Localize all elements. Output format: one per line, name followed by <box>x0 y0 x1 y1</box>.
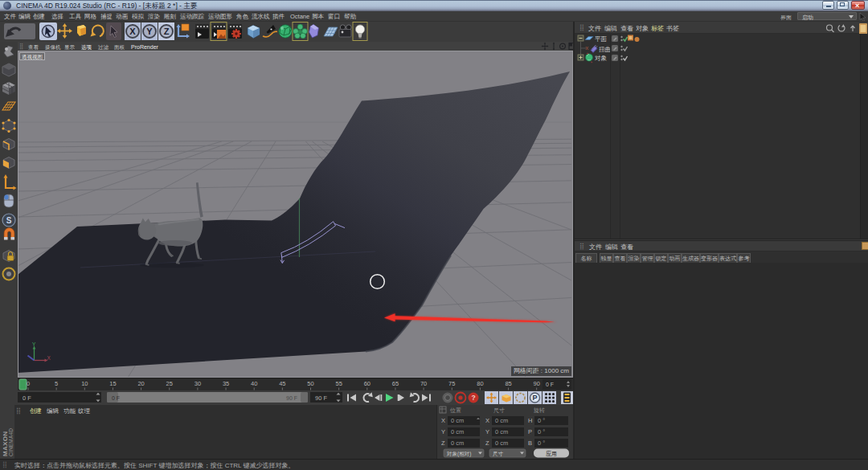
svg-text:Z: Z <box>164 27 170 36</box>
svg-text:尺寸: 尺寸 <box>493 451 504 456</box>
svg-text:0 cm: 0 cm <box>451 417 464 424</box>
svg-text:X: X <box>485 417 489 424</box>
svg-text:90 F: 90 F <box>315 394 327 402</box>
svg-text:0 °: 0 ° <box>538 428 545 435</box>
svg-text:60: 60 <box>364 380 371 387</box>
svg-text:Y: Y <box>485 428 489 435</box>
svg-text:X: X <box>441 417 445 424</box>
svg-text:30: 30 <box>194 380 201 387</box>
svg-text:尺寸: 尺寸 <box>493 407 505 414</box>
svg-text:应用: 应用 <box>546 450 557 457</box>
svg-text:0 cm: 0 cm <box>451 428 464 435</box>
svg-text:0 cm: 0 cm <box>495 417 508 424</box>
svg-text:X: X <box>47 355 51 361</box>
svg-text:B: B <box>528 439 532 447</box>
svg-text:对象: 对象 <box>595 55 608 62</box>
svg-text:65: 65 <box>392 380 399 387</box>
svg-text:0 °: 0 ° <box>538 439 545 447</box>
svg-text:0 cm: 0 cm <box>495 439 508 447</box>
svg-text:P: P <box>532 394 537 402</box>
svg-text:平面: 平面 <box>595 35 608 43</box>
svg-text:85: 85 <box>505 380 511 387</box>
svg-text:0 cm: 0 cm <box>495 428 508 435</box>
svg-text:80: 80 <box>477 380 483 387</box>
svg-text:Y: Y <box>32 341 36 347</box>
svg-text:0 F: 0 F <box>112 395 120 401</box>
svg-text:90 F: 90 F <box>286 395 297 401</box>
svg-text:Y: Y <box>441 428 445 435</box>
svg-text:0 F: 0 F <box>23 394 31 402</box>
svg-text:对象(相对): 对象(相对) <box>446 451 471 457</box>
svg-text:?: ? <box>471 394 475 402</box>
svg-text:0 °: 0 ° <box>538 417 545 424</box>
svg-text:P: P <box>528 428 532 435</box>
svg-text:Y: Y <box>146 27 153 36</box>
svg-text:0 cm: 0 cm <box>451 439 464 447</box>
svg-text:15: 15 <box>109 380 116 387</box>
svg-text:20: 20 <box>137 380 144 387</box>
svg-text:25: 25 <box>166 380 173 387</box>
svg-text:Z: Z <box>485 439 489 447</box>
svg-text:45: 45 <box>279 380 285 387</box>
svg-text:扭曲: 扭曲 <box>599 46 611 53</box>
svg-text:35: 35 <box>223 380 229 387</box>
svg-text:X: X <box>129 27 136 36</box>
svg-text:40: 40 <box>251 380 257 387</box>
svg-text:Z: Z <box>441 439 445 447</box>
svg-text:旋转: 旋转 <box>534 407 545 414</box>
svg-text:70: 70 <box>420 380 427 387</box>
svg-text:位置: 位置 <box>450 407 461 413</box>
svg-text:75: 75 <box>448 380 455 387</box>
svg-text:90: 90 <box>534 380 540 387</box>
svg-text:50: 50 <box>307 380 313 387</box>
svg-text:55: 55 <box>335 380 342 387</box>
svg-text:H: H <box>528 417 532 424</box>
svg-text:0: 0 <box>27 380 30 387</box>
svg-text:5: 5 <box>55 380 58 387</box>
svg-text:10: 10 <box>81 380 88 387</box>
svg-text:S: S <box>6 216 12 225</box>
